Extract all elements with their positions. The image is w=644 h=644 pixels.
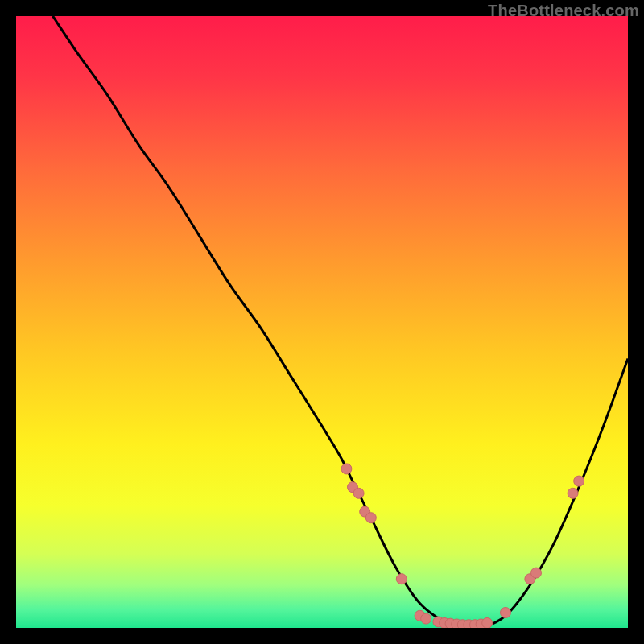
gradient-background <box>16 16 628 628</box>
data-point <box>574 476 584 486</box>
data-point <box>396 574 407 584</box>
data-point <box>531 568 542 578</box>
chart-frame <box>16 16 628 628</box>
data-point <box>421 613 431 624</box>
data-point <box>568 488 578 498</box>
data-point <box>482 617 493 628</box>
chart-svg <box>16 16 628 628</box>
data-point <box>353 488 364 498</box>
data-point <box>365 513 376 523</box>
data-point <box>501 608 511 618</box>
data-point <box>341 464 352 474</box>
watermark-text: TheBottleneck.com <box>488 2 639 20</box>
